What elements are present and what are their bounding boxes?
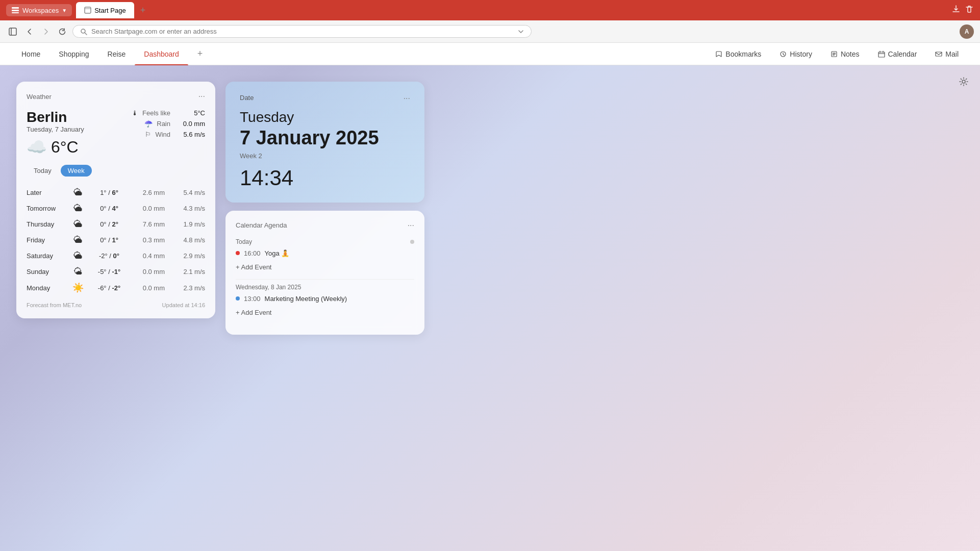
svg-rect-3: [85, 7, 91, 13]
tab-shopping[interactable]: Shopping: [49, 43, 98, 65]
right-column: Date ··· Tuesday 7 January 2025 Week 2 1…: [225, 82, 424, 335]
event-time: 13:00: [244, 295, 261, 303]
wind-label: Wind: [155, 131, 170, 138]
forecast-rain: 0.0 mm: [134, 205, 165, 212]
svg-rect-14: [878, 52, 885, 57]
time-display: 14:34: [240, 166, 410, 190]
event-name: Yoga 🧘: [265, 249, 290, 257]
main-content: Weather ··· Berlin Tuesday, 7 January ☁️…: [0, 65, 980, 551]
add-event-label: + Add Event: [236, 263, 271, 271]
tab-dashboard[interactable]: Dashboard: [135, 43, 188, 65]
date-card: Date ··· Tuesday 7 January 2025 Week 2 1…: [225, 82, 424, 203]
weather-card-header: Weather ···: [27, 92, 205, 101]
svg-point-19: [962, 80, 965, 83]
forecast-day: Monday: [27, 284, 62, 292]
today-dot: [410, 240, 414, 244]
workspaces-icon: [11, 6, 19, 14]
active-tab[interactable]: Start Page: [76, 2, 134, 18]
bookmarks-icon: [715, 51, 722, 58]
forecast-row-monday: Monday ☀️ -6° / -2° 0.0 mm 2.3 m/s: [27, 280, 205, 296]
date-menu-button[interactable]: ···: [404, 94, 410, 103]
forecast-row-tomorrow: Tomorrow 🌥 0° / 4° 0.0 mm 4.3 m/s: [27, 201, 205, 216]
rain-label: Rain: [157, 120, 170, 128]
forecast-wind: 2.1 m/s: [174, 268, 205, 276]
dropdown-arrow-icon: [518, 29, 524, 35]
forecast-day: Later: [27, 189, 62, 196]
add-event-today-button[interactable]: + Add Event: [236, 261, 414, 273]
refresh-button[interactable]: [56, 26, 68, 38]
add-event-wednesday-button[interactable]: + Add Event: [236, 307, 414, 318]
forecast-wind: 2.3 m/s: [174, 284, 205, 292]
weather-condition-icon: ☁️: [27, 137, 47, 157]
new-tab-button[interactable]: +: [136, 5, 150, 16]
panel-calendar[interactable]: Calendar: [869, 43, 926, 65]
weather-tab-week[interactable]: Week: [61, 165, 92, 177]
sidebar-toggle-button[interactable]: [6, 25, 19, 38]
forecast-icon: 🌥: [72, 219, 84, 230]
forecast-icon: 🌥: [72, 187, 84, 198]
tab-home[interactable]: Home: [12, 43, 49, 65]
tab-label: Start Page: [94, 7, 125, 14]
panel-calendar-label: Calendar: [888, 50, 917, 58]
forecast-table: Later 🌥 1° / 6° 2.6 mm 5.4 m/s Tomorrow …: [27, 185, 205, 296]
forecast-temp: 0° / 4°: [94, 205, 124, 212]
forecast-day: Tomorrow: [27, 205, 62, 212]
weather-card: Weather ··· Berlin Tuesday, 7 January ☁️…: [16, 82, 215, 318]
panel-bookmarks[interactable]: Bookmarks: [706, 43, 770, 65]
weather-top: Berlin Tuesday, 7 January ☁️ 6°C 🌡 Feels…: [27, 109, 205, 157]
city-name: Berlin: [27, 109, 84, 126]
marketing-event: 13:00 Marketing Meeting (Weekly): [236, 295, 414, 303]
search-input[interactable]: [91, 28, 514, 35]
forecast-source: Forecast from MET.no: [27, 302, 82, 308]
download-icon[interactable]: [951, 5, 961, 16]
wind-row: ⚐ Wind 5.6 m/s: [132, 131, 205, 138]
notes-icon: [831, 51, 838, 58]
forecast-row-thursday: Thursday 🌥 0° / 2° 7.6 mm 1.9 m/s: [27, 216, 205, 232]
trash-icon[interactable]: [965, 5, 974, 16]
forecast-row-friday: Friday 🌥 0° / 1° 0.3 mm 4.8 m/s: [27, 232, 205, 248]
panel-history[interactable]: History: [770, 43, 821, 65]
agenda-card: Calendar Agenda ··· Today 16:00 Yoga 🧘 +…: [225, 211, 424, 335]
event-name: Marketing Meeting (Weekly): [265, 295, 347, 303]
weather-details: 🌡 Feels like 5°C ☂️ Rain 0.0 mm ⚐ Wind 5…: [132, 109, 205, 141]
forward-button[interactable]: [40, 26, 52, 38]
svg-line-8: [85, 33, 87, 35]
weather-menu-button[interactable]: ···: [198, 92, 205, 101]
tab-shopping-label: Shopping: [59, 50, 89, 58]
tab-reise-label: Reise: [108, 50, 126, 58]
forecast-icon: ☀️: [72, 282, 84, 293]
tab-reise[interactable]: Reise: [98, 43, 135, 65]
back-button[interactable]: [23, 26, 36, 38]
today-label: Today: [236, 238, 252, 245]
rain-row: ☂️ Rain 0.0 mm: [132, 120, 205, 128]
wind-value: 5.6 m/s: [174, 131, 205, 138]
panel-notes-label: Notes: [841, 50, 860, 58]
forecast-wind: 4.3 m/s: [174, 205, 205, 212]
workspaces-button[interactable]: Workspaces ▼: [6, 4, 72, 16]
forecast-rain: 0.0 mm: [134, 268, 165, 276]
forecast-temp: -2° / 0°: [94, 252, 124, 260]
avatar[interactable]: A: [960, 24, 974, 39]
tab-icon: [84, 7, 91, 14]
date-card-header: Date ···: [240, 94, 410, 103]
weather-tab-today[interactable]: Today: [27, 165, 59, 177]
date-card-title: Date: [240, 94, 254, 103]
search-bar[interactable]: [72, 25, 532, 38]
panel-history-label: History: [790, 50, 812, 58]
weather-tabs: Today Week: [27, 165, 205, 177]
forecast-wind: 5.4 m/s: [174, 189, 205, 196]
settings-button[interactable]: [956, 73, 972, 90]
agenda-menu-button[interactable]: ···: [408, 221, 414, 230]
feels-icon: 🌡: [132, 109, 138, 117]
tab-add[interactable]: +: [188, 43, 212, 65]
forecast-row-sunday: Sunday 🌤 -5° / -1° 0.0 mm 2.1 m/s: [27, 264, 205, 280]
svg-rect-1: [12, 10, 19, 11]
forecast-rain: 7.6 mm: [134, 220, 165, 228]
workspaces-chevron: ▼: [62, 8, 67, 13]
rain-icon: ☂️: [144, 120, 153, 128]
titlebar-left: Workspaces ▼: [6, 4, 72, 16]
forecast-icon: 🌥: [72, 251, 84, 261]
panel-mail[interactable]: Mail: [926, 43, 968, 65]
agenda-divider: [236, 279, 414, 280]
panel-notes[interactable]: Notes: [821, 43, 869, 65]
